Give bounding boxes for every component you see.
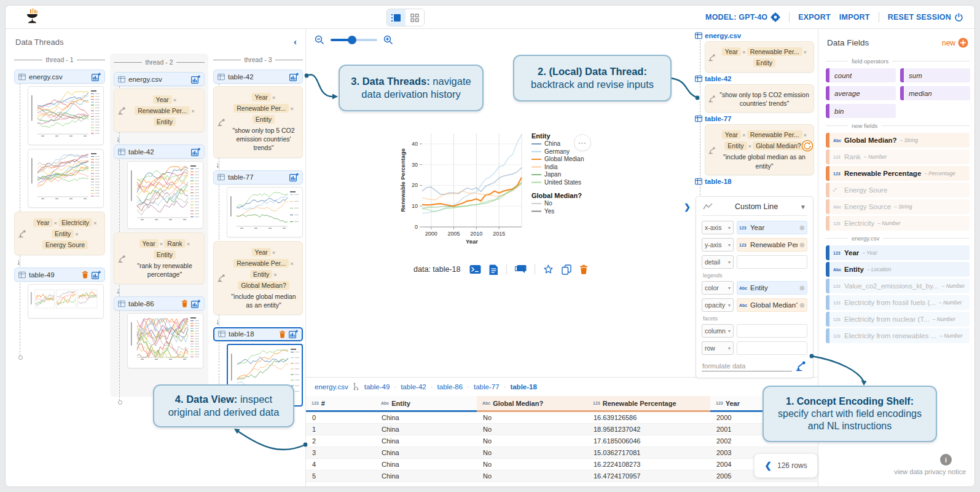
create-chart-icon[interactable] [191, 148, 200, 156]
local-transform-card[interactable]: Year×Renewable Per...×Entity×Global Medi… [705, 124, 814, 175]
local-thread-table-link[interactable]: energy.csv [695, 32, 818, 39]
breadcrumb-table[interactable]: table-86 [437, 383, 463, 391]
thread-table-card[interactable]: table-42 [114, 145, 205, 159]
field-item[interactable]: AbcEnergy Source– String [826, 199, 970, 214]
field-item[interactable]: 123Electricity– Number [826, 216, 970, 231]
field-item[interactable]: 123Value_co2_emissions_kt_by...– Number [826, 279, 970, 293]
chat-icon[interactable] [515, 264, 527, 274]
field-item[interactable]: 123Year– Year [826, 245, 970, 260]
remove-field-icon[interactable]: × [160, 240, 163, 247]
remove-field-icon[interactable]: × [54, 220, 58, 226]
zoom-out-icon[interactable] [315, 35, 324, 45]
transform-card[interactable]: Year×Renewable Per...×Entity"show only t… [213, 86, 303, 158]
chart-thumbnail[interactable] [227, 187, 303, 237]
reset-session-button[interactable]: RESET SESSION [888, 13, 963, 22]
operator-chip-count[interactable]: count [826, 68, 896, 82]
delete-table-icon[interactable] [181, 300, 188, 308]
create-chart-icon[interactable] [289, 330, 298, 338]
encoding-value-field[interactable] [737, 341, 807, 355]
delete-table-icon[interactable] [279, 330, 286, 338]
chart-menu-button[interactable]: ⋯ [574, 134, 591, 151]
document-icon[interactable] [489, 264, 498, 275]
channel-selector[interactable]: x-axis▾ [702, 221, 734, 234]
field-item[interactable]: AbcEntity– Location [826, 262, 970, 277]
operator-chip-bin[interactable]: bin [826, 104, 896, 118]
column-header[interactable]: 123# [306, 396, 375, 412]
remove-encoding-icon[interactable]: ⊗ [799, 284, 805, 292]
channel-selector[interactable]: opacity▾ [702, 298, 734, 312]
breadcrumb-table[interactable]: table-18 [510, 383, 536, 391]
field-item[interactable]: 123Electricity from renewables ...– Numb… [826, 328, 970, 343]
copy-icon[interactable] [562, 264, 571, 275]
table-row[interactable]: 2ChinaNo17.61850060462002 [306, 435, 818, 447]
field-item[interactable]: 123Electricity from fossil fuels (...– N… [826, 295, 970, 310]
info-icon[interactable]: i [940, 454, 952, 466]
field-item[interactable]: 123Renewable Percentage– Percentage [826, 166, 970, 181]
remove-encoding-icon[interactable]: ⊗ [799, 224, 805, 232]
remove-field-icon[interactable]: × [804, 132, 807, 138]
remove-field-icon[interactable]: × [93, 220, 97, 226]
remove-field-icon[interactable]: × [290, 260, 294, 267]
transform-card[interactable]: Year×Rank×Entity"rank by renewable perce… [114, 232, 205, 284]
thread-table-card[interactable]: energy.csv [114, 72, 205, 86]
create-chart-icon[interactable] [191, 300, 200, 308]
formulate-data-input[interactable]: formulate data [702, 361, 792, 371]
field-item[interactable]: AbcGlobal Median?– String [826, 133, 970, 148]
remove-field-icon[interactable]: × [748, 143, 752, 149]
field-item[interactable]: 123Electricity from nuclear (T...– Numbe… [826, 312, 970, 327]
create-chart-icon[interactable] [289, 73, 299, 81]
local-thread-table-link[interactable]: table-42 [695, 75, 818, 82]
star-icon[interactable] [543, 264, 554, 274]
remove-field-icon[interactable]: × [742, 49, 746, 55]
chart-thumbnail[interactable] [28, 284, 104, 319]
encoding-value-field[interactable]: 123Renewable Per...⊗ [737, 238, 807, 252]
local-transform-card[interactable]: "show only top 5 CO2 emission countries'… [705, 84, 814, 113]
chevron-left-icon[interactable]: ❮ [764, 461, 772, 470]
chevron-down-icon[interactable]: ▼ [800, 204, 806, 210]
gear-icon[interactable] [770, 12, 780, 22]
chart-thumbnail[interactable] [127, 161, 203, 229]
transform-card[interactable]: Year×Electricity×Entity×Energy Soure [14, 212, 105, 255]
encoding-value-field[interactable]: AbcEntity⊗ [737, 281, 807, 295]
table-row[interactable]: 4ChinaNo16.22241082732004 [306, 459, 818, 470]
create-chart-icon[interactable] [92, 73, 101, 81]
delete-table-icon[interactable] [82, 271, 88, 279]
channel-selector[interactable]: y-axis▾ [702, 238, 734, 252]
field-item[interactable]: 123Rank– Number [826, 149, 970, 164]
table-row[interactable]: 5ChinaNo16.47241709572005 [306, 470, 818, 482]
chart-thumbnail[interactable] [28, 149, 104, 208]
breadcrumb-table[interactable]: table-42 [401, 383, 426, 391]
export-button[interactable]: EXPORT [798, 13, 831, 22]
channel-selector[interactable]: color▾ [702, 281, 734, 295]
remove-field-icon[interactable]: × [804, 49, 807, 55]
remove-field-icon[interactable]: × [290, 105, 294, 112]
column-header[interactable]: 123Renewable Percentage [587, 396, 710, 412]
local-thread-table-link[interactable]: table-18 [695, 178, 818, 185]
create-chart-icon[interactable] [191, 75, 200, 84]
remove-encoding-icon[interactable]: ⊗ [799, 301, 805, 309]
create-chart-icon[interactable] [289, 173, 299, 181]
refresh-icon[interactable] [801, 140, 813, 152]
thread-table-card[interactable]: table-77 [213, 170, 303, 184]
thread-table-card[interactable]: table-86 [114, 296, 205, 311]
remove-field-icon[interactable]: × [173, 97, 177, 103]
model-selector[interactable]: MODEL: GPT-4O [705, 12, 780, 22]
table-row[interactable]: 1ChinaNo18.95812370422001 [306, 424, 818, 435]
remove-field-icon[interactable]: × [75, 231, 79, 237]
operator-chip-median[interactable]: median [900, 86, 970, 100]
channel-selector[interactable]: detail▾ [702, 255, 734, 269]
chart-type-selector[interactable]: Custom Line [718, 202, 795, 211]
channel-selector[interactable]: row▾ [702, 341, 734, 355]
list-view-button[interactable] [387, 9, 406, 26]
privacy-notice-link[interactable]: view data privacy notice [894, 468, 966, 475]
field-item[interactable]: ⤢Energy Soure [826, 183, 970, 197]
expand-shelf-icon[interactable]: ❯ [684, 202, 691, 212]
transform-card[interactable]: Year×Renewable Per...×Entity×Global Medi… [213, 241, 303, 315]
breadcrumb-table[interactable]: table-77 [474, 383, 500, 391]
table-row[interactable]: 0ChinaNo16.6391265862000 [306, 412, 818, 424]
chart-thumbnail[interactable] [127, 313, 203, 368]
formulate-robot-icon[interactable] [796, 361, 807, 371]
remove-field-icon[interactable]: × [742, 132, 746, 138]
column-header[interactable]: AbcGlobal Median? [477, 396, 587, 412]
chart-thumbnail[interactable] [28, 86, 104, 145]
